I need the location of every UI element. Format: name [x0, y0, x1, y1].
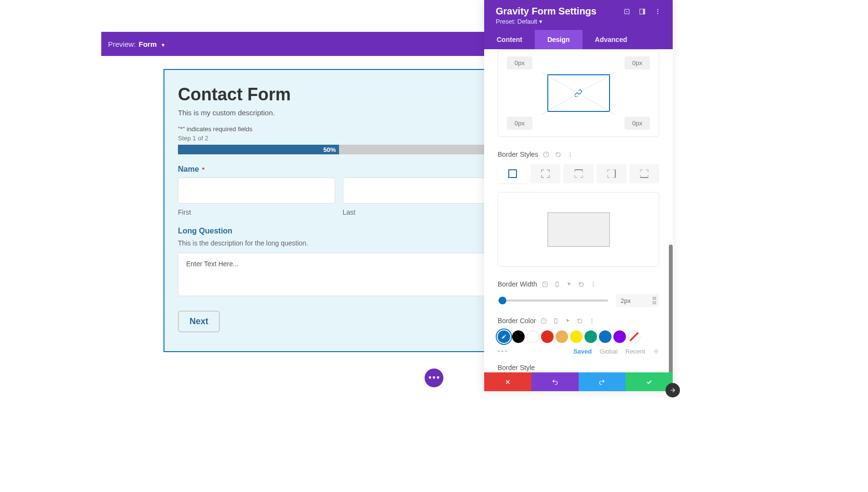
svg-point-6: [657, 13, 658, 14]
progress-bar: 50%: [178, 145, 500, 154]
resize-handle[interactable]: [665, 383, 680, 397]
preview-dropdown[interactable]: Form ▼: [139, 40, 166, 48]
border-style-options: [498, 164, 659, 183]
svg-rect-14: [556, 282, 558, 287]
svg-point-24: [655, 351, 657, 352]
next-button[interactable]: Next: [178, 311, 220, 332]
margin-top-right[interactable]: 0px: [624, 56, 650, 69]
border-dashed-option[interactable]: [530, 164, 560, 183]
reset-icon[interactable]: [577, 318, 583, 324]
phone-icon[interactable]: [554, 281, 560, 287]
swatch-active[interactable]: [498, 330, 510, 343]
preset-dropdown[interactable]: Preset: Default ▾: [496, 18, 661, 25]
last-name-input[interactable]: [343, 178, 500, 204]
phone-icon[interactable]: [553, 318, 559, 324]
swatch-blue[interactable]: [599, 330, 611, 343]
first-name-input[interactable]: [178, 178, 335, 204]
eyedropper-icon: [501, 334, 507, 340]
tab-design[interactable]: Design: [535, 30, 583, 49]
help-icon[interactable]: ?: [543, 151, 549, 158]
kebab-icon[interactable]: [590, 281, 597, 287]
undo-icon: [552, 379, 558, 385]
svg-text:?: ?: [545, 152, 547, 157]
slider-thumb[interactable]: [499, 297, 506, 304]
border-width-slider[interactable]: [498, 300, 608, 301]
swatch-yellow[interactable]: [570, 330, 583, 343]
scrollbar[interactable]: [669, 245, 673, 372]
gear-icon[interactable]: [653, 348, 659, 355]
border-width-input[interactable]: 2px: [616, 294, 659, 307]
form-title: Contact Form: [178, 84, 500, 105]
margin-box: 0px 0px 0px 0px: [498, 49, 659, 137]
dock-icon[interactable]: [639, 8, 646, 15]
svg-point-16: [593, 284, 594, 285]
panel-footer: [484, 372, 673, 391]
svg-point-4: [657, 9, 658, 10]
cursor-icon[interactable]: [565, 318, 571, 324]
color-swatches: [498, 330, 659, 343]
tab-content[interactable]: Content: [484, 30, 535, 49]
last-name-label: Last: [343, 208, 500, 216]
border-color-header: Border Color ?: [498, 317, 659, 325]
resize-icon: [668, 385, 678, 395]
undo-button[interactable]: [531, 372, 579, 391]
svg-point-5: [657, 11, 658, 12]
redo-button[interactable]: [579, 372, 626, 391]
kebab-icon[interactable]: [567, 151, 573, 158]
long-question-description: This is the description for the long que…: [178, 239, 500, 247]
swatch-none[interactable]: [628, 330, 640, 343]
margin-bottom-right[interactable]: 0px: [624, 117, 650, 130]
swatch-purple[interactable]: [613, 330, 626, 343]
help-icon[interactable]: ?: [542, 281, 548, 287]
border-preview: [498, 192, 659, 267]
border-right-option[interactable]: [597, 164, 626, 183]
name-row: First Last: [178, 178, 500, 216]
color-tab-recent[interactable]: Recent: [625, 348, 645, 355]
more-colors-icon[interactable]: •••: [498, 348, 509, 355]
border-all-option[interactable]: [498, 164, 528, 183]
swatch-black[interactable]: [512, 330, 525, 343]
caret-down-icon: ▼: [161, 42, 165, 48]
cursor-icon[interactable]: [566, 281, 572, 287]
form-description: This is my custom description.: [178, 109, 500, 117]
more-actions-button[interactable]: •••: [425, 369, 444, 387]
check-icon: [646, 379, 652, 385]
svg-point-22: [592, 320, 593, 321]
panel-body[interactable]: 0px 0px 0px 0px Border Styles ?: [484, 49, 673, 372]
border-bottom-option[interactable]: [629, 164, 659, 183]
expand-icon[interactable]: [624, 8, 630, 15]
kebab-icon[interactable]: [589, 318, 595, 324]
preview-label: Preview:: [108, 40, 136, 48]
svg-point-11: [570, 156, 570, 157]
kebab-icon[interactable]: [654, 8, 661, 15]
swatch-orange[interactable]: [556, 330, 568, 343]
cancel-button[interactable]: [484, 372, 531, 391]
swatch-green[interactable]: [584, 330, 597, 343]
margin-top-left[interactable]: 0px: [507, 56, 532, 69]
step-indicator: Step 1 of 2: [178, 135, 500, 142]
tab-advanced[interactable]: Advanced: [583, 30, 640, 49]
long-question-textarea[interactable]: Enter Text Here...: [178, 253, 500, 296]
svg-text:?: ?: [544, 282, 546, 287]
color-tab-global[interactable]: Global: [599, 348, 618, 355]
border-style-header: Border Style: [498, 364, 659, 371]
help-icon[interactable]: ?: [541, 318, 547, 324]
panel-title: Gravity Form Settings: [496, 6, 597, 17]
svg-point-15: [593, 282, 594, 283]
required-note: "*" indicates required fields: [178, 125, 500, 133]
svg-point-10: [570, 154, 570, 155]
tabs: Content Design Advanced: [484, 30, 673, 49]
border-width-header: Border Width ?: [498, 280, 659, 288]
reset-icon[interactable]: [578, 281, 584, 287]
form-preview: Contact Form This is my custom descripti…: [163, 69, 514, 352]
border-top-option[interactable]: [563, 164, 593, 183]
svg-rect-3: [643, 9, 645, 14]
border-preview-inner: [547, 212, 610, 247]
swatch-white[interactable]: [527, 330, 539, 343]
settings-panel: Gravity Form Settings Preset: Default ▾ …: [484, 0, 673, 391]
reset-icon[interactable]: [555, 151, 561, 158]
link-icon[interactable]: [575, 89, 583, 97]
swatch-red[interactable]: [541, 330, 554, 343]
color-tab-saved[interactable]: Saved: [573, 348, 592, 355]
margin-bottom-left[interactable]: 0px: [507, 117, 532, 130]
